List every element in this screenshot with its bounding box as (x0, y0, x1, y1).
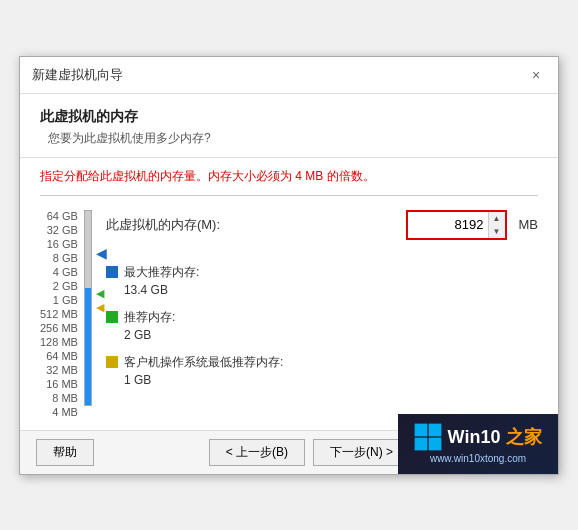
spin-up-button[interactable]: ▲ (489, 212, 505, 225)
legend-value-text: 2 GB (124, 328, 538, 342)
content-area: 指定分配给此虚拟机的内存量。内存大小必须为 4 MB 的倍数。 64 GB32 … (20, 158, 558, 430)
svg-rect-0 (414, 424, 427, 437)
right-section: 此虚拟机的内存(M): ▲ ▼ MB 最大推荐内存:13.4 GB推荐内存:2 … (106, 210, 538, 387)
slider-label-row: 4 MB (52, 406, 78, 420)
footer-left: 帮助 (36, 439, 94, 466)
win10-text: Win10 (448, 427, 501, 448)
legend-dot-yellow (106, 356, 118, 368)
help-button[interactable]: 帮助 (36, 439, 94, 466)
svg-rect-2 (414, 438, 427, 451)
slider-label-row: 128 MB (40, 336, 78, 350)
next-button[interactable]: 下一步(N) > (313, 439, 410, 466)
slider-label-row: 8 MB (52, 392, 78, 406)
page-subtitle: 您要为此虚拟机使用多少内存? (48, 130, 538, 147)
legend-item: 最大推荐内存:13.4 GB (106, 264, 538, 297)
dialog-title: 新建虚拟机向导 (32, 66, 123, 84)
legend-title-text: 最大推荐内存: (124, 264, 199, 281)
legend-title-text: 客户机操作系统最低推荐内存: (124, 354, 283, 371)
bar-fill-max (85, 288, 91, 404)
spinner-buttons: ▲ ▼ (488, 212, 505, 238)
win10-zhi: 之家 (506, 425, 542, 449)
legend-title-text: 推荐内存: (124, 309, 175, 326)
desc-text2: 的倍数。 (323, 169, 374, 183)
legend-section: 最大推荐内存:13.4 GB推荐内存:2 GB客户机操作系统最低推荐内存:1 G… (106, 264, 538, 387)
slider-label-row: 16 GB (47, 238, 78, 252)
bar-track[interactable] (84, 210, 92, 406)
slider-label-row: 1 GB (53, 294, 78, 308)
memory-input-row: 此虚拟机的内存(M): ▲ ▼ MB (106, 210, 538, 240)
slider-label-row: 8 GB (53, 252, 78, 266)
memory-section: 64 GB32 GB16 GB8 GB4 GB2 GB1 GB512 MB256… (40, 210, 538, 420)
win10-badge: Win10 之家 www.win10xtong.com (398, 414, 558, 474)
legend-dot-blue (106, 266, 118, 278)
legend-item: 客户机操作系统最低推荐内存:1 GB (106, 354, 538, 387)
page-title: 此虚拟机的内存 (40, 108, 538, 126)
slider-label-row: 4 GB (53, 266, 78, 280)
legend-title-row: 客户机操作系统最低推荐内存: (106, 354, 538, 371)
desc-highlight: 4 MB (295, 169, 323, 183)
slider-label-row: 16 MB (46, 378, 78, 392)
legend-dot-green (106, 311, 118, 323)
green-arrow-icon: ◀ (96, 288, 104, 299)
slider-label-row: 512 MB (40, 308, 78, 322)
legend-title-row: 推荐内存: (106, 309, 538, 326)
memory-label: 此虚拟机的内存(M): (106, 216, 220, 234)
svg-rect-3 (428, 438, 441, 451)
description-text: 指定分配给此虚拟机的内存量。内存大小必须为 4 MB 的倍数。 (40, 168, 538, 196)
slider-label-row: 64 GB (47, 210, 78, 224)
mb-unit-label: MB (519, 217, 539, 232)
close-button[interactable]: × (526, 65, 546, 85)
windows-logo-icon (414, 423, 442, 451)
header-section: 此虚拟机的内存 您要为此虚拟机使用多少内存? (20, 94, 558, 158)
win10-url: www.win10xtong.com (430, 453, 526, 464)
dialog-window: 新建虚拟机向导 × 此虚拟机的内存 您要为此虚拟机使用多少内存? 指定分配给此虚… (19, 56, 559, 475)
win10-logo-row: Win10 之家 (414, 423, 543, 451)
legend-item: 推荐内存:2 GB (106, 309, 538, 342)
svg-rect-1 (428, 424, 441, 437)
desc-text1: 指定分配给此虚拟机的内存量。内存大小必须为 (40, 169, 295, 183)
slider-label-row: 32 MB (46, 364, 78, 378)
bar-column (82, 210, 94, 406)
yellow-arrow-icon: ◀ (96, 302, 104, 313)
footer: 帮助 < 上一步(B) 下一步(N) > 完成 取消 Win10 之家 www.… (20, 430, 558, 474)
legend-value-text: 13.4 GB (124, 283, 538, 297)
slider-label-row: 256 MB (40, 322, 78, 336)
memory-input-wrap: ▲ ▼ (406, 210, 507, 240)
slider-label-row: 2 GB (53, 280, 78, 294)
slider-label-row: 32 GB (47, 224, 78, 238)
memory-input[interactable] (408, 212, 488, 238)
blue-arrow-icon: ◀ (96, 246, 107, 260)
spin-down-button[interactable]: ▼ (489, 225, 505, 238)
slider-labels: 64 GB32 GB16 GB8 GB4 GB2 GB1 GB512 MB256… (40, 210, 78, 420)
title-bar: 新建虚拟机向导 × (20, 57, 558, 94)
slider-label-row: 64 MB (46, 350, 78, 364)
legend-value-text: 1 GB (124, 373, 538, 387)
legend-title-row: 最大推荐内存: (106, 264, 538, 281)
back-button[interactable]: < 上一步(B) (209, 439, 305, 466)
slider-area: 64 GB32 GB16 GB8 GB4 GB2 GB1 GB512 MB256… (40, 210, 96, 420)
